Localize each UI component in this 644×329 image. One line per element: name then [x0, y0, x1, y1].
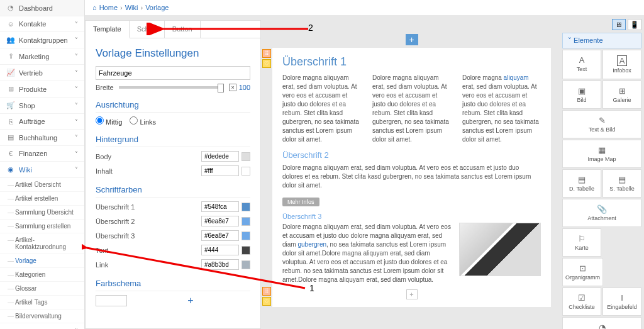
element-icon: I [621, 293, 623, 303]
element-karte[interactable]: ⚐Karte [562, 228, 601, 257]
preview-h1: Überschrift 1 [282, 55, 541, 69]
col-1: Dolore magna aliquyam erat, sed diam vol… [282, 74, 361, 144]
nav-sub-kategorien[interactable]: Kategorien [0, 268, 84, 282]
tab-template[interactable]: Template [86, 21, 130, 38]
element-bild[interactable]: ▣Bild [562, 81, 601, 109]
fc-h3-swatch[interactable] [242, 231, 250, 240]
bg-content-input[interactable] [201, 165, 239, 176]
element-text[interactable]: AText [562, 50, 601, 79]
nav-sub-glossar[interactable]: Glossar [0, 282, 84, 296]
nav-kontakte[interactable]: ☺Kontakte˅ [0, 16, 84, 32]
scheme-head: Farbschema [96, 279, 250, 291]
row-handle-2[interactable]: ⠿ [262, 287, 271, 296]
nav-dashboard[interactable]: ◔Dashboard [0, 0, 84, 16]
nav-icon: ◉ [6, 165, 15, 174]
element-text-bild[interactable]: ✎Text & Bild [562, 110, 641, 138]
more-badge[interactable]: Mehr Infos [282, 198, 319, 206]
element-icon: ☑ [578, 293, 586, 303]
element-icon: ▣ [578, 86, 586, 96]
nav-sub-sammlung-erstellen[interactable]: Sammlung erstellen [0, 220, 84, 233]
element-icon: ⊞ [619, 86, 626, 96]
template-name-input[interactable] [96, 66, 250, 80]
element-galerie[interactable]: ⊞Galerie [602, 81, 641, 109]
nav-icon: ⊞ [6, 85, 15, 93]
row-hint[interactable]: ♡ [262, 59, 271, 68]
fc-text-swatch[interactable] [242, 246, 250, 255]
bg-content-swatch[interactable] [242, 167, 250, 176]
element-icon: ▦ [598, 145, 606, 155]
element-icon: ⊡ [579, 264, 586, 273]
nav-sub-artikel-erstellen[interactable]: Artikel erstellen [0, 192, 84, 206]
element-icon: 📎 [597, 204, 607, 214]
element-d-tabelle[interactable]: ▤D. Tabelle [562, 169, 601, 198]
nav-produkte[interactable]: ⊞Produkte˅ [0, 81, 84, 98]
fc-h2-swatch[interactable] [242, 217, 250, 226]
element-eingabefeld[interactable]: IEingabefeld [602, 287, 641, 316]
element-s-tabelle[interactable]: ▤S. Tabelle [602, 169, 641, 198]
width-slider[interactable] [119, 86, 225, 89]
nav-finanzen[interactable]: €Finanzen˅ [0, 146, 84, 162]
element-infobox[interactable]: AInfobox [602, 50, 641, 79]
row-handle[interactable]: ⠿ [262, 49, 271, 58]
nav-shop[interactable]: 🛒Shop˅ [0, 98, 84, 114]
crumb-home[interactable]: Home [99, 4, 118, 11]
bg-body-swatch[interactable] [242, 152, 250, 161]
element-organigramm[interactable]: ⊡Organigramm [562, 258, 603, 286]
fc-link-swatch[interactable] [242, 260, 250, 269]
element-attachment[interactable]: 📎Attachment [562, 199, 641, 227]
fc-link-input[interactable] [201, 259, 239, 270]
crumb-page[interactable]: Vorlage [145, 4, 169, 11]
nav-wiki[interactable]: ◉Wiki˅ [0, 162, 84, 178]
width-value: 100 [239, 84, 250, 91]
settings-title: Vorlage Einstellungen [96, 47, 250, 60]
element-checkliste[interactable]: ☑Checkliste [562, 287, 601, 316]
nav-sub-vorlage[interactable]: Vorlage [0, 254, 84, 268]
bg-body-input[interactable] [201, 151, 239, 162]
nav-sub-sammlung-übersicht[interactable]: Sammlung Übersicht [0, 206, 84, 220]
nav-buchhaltung[interactable]: ▤Buchhaltung˅ [0, 130, 84, 146]
nav-sub-bilderverwaltung[interactable]: Bilderverwaltung [0, 309, 84, 323]
chevron-down-icon: ˅ [75, 36, 78, 43]
nav-sub-artikel-tags[interactable]: Artikel Tags [0, 296, 84, 309]
sidebar: ◔Dashboard☺Kontakte˅👥Kontaktgruppen˅⇪Mar… [0, 0, 85, 329]
view-desktop[interactable]: 🖥 [612, 19, 626, 30]
align-center[interactable]: Mittig [96, 116, 122, 126]
nav-marketing[interactable]: ⇪Marketing˅ [0, 48, 84, 65]
nav-icon: 👥 [6, 36, 15, 44]
col-2: Dolore magna aliquyam erat, sed diam vol… [372, 74, 451, 144]
width-reset[interactable]: × [229, 84, 236, 91]
fc-h1-swatch[interactable] [242, 203, 250, 211]
col-3: Dolore magna aliquyam erat, sed diam vol… [462, 74, 541, 144]
fc-text-input[interactable] [201, 245, 239, 255]
preview-h3: Überschrift 3 [282, 213, 541, 220]
acc-elemente[interactable]: ˅ Elemente [562, 33, 641, 48]
nav-kontaktgruppen[interactable]: 👥Kontaktgruppen˅ [0, 32, 84, 48]
align-left[interactable]: Links [130, 116, 156, 126]
element-diagramm[interactable]: ◔Diagramm [562, 317, 641, 329]
element-image-map[interactable]: ▦Image Map [562, 140, 641, 168]
scheme-add[interactable]: + [131, 295, 250, 306]
scheme-box[interactable] [96, 295, 127, 306]
add-inside[interactable]: + [406, 289, 418, 299]
element-icon: ⚐ [578, 234, 586, 243]
fc-h2-input[interactable] [201, 216, 239, 226]
nav-vertrieb[interactable]: 📈Vertrieb˅ [0, 65, 84, 81]
element-icon: ✎ [599, 116, 606, 125]
chevron-down-icon: ˅ [75, 118, 78, 125]
add-row-top[interactable]: + [406, 34, 418, 45]
element-icon: ▤ [618, 175, 626, 184]
nav-warenwirtschaft[interactable]: ⊞Warenwirtschaft˅ [0, 323, 84, 329]
row-hint-2[interactable]: ♡ [262, 297, 271, 306]
nav-aufträge[interactable]: ⎘Aufträge˅ [0, 114, 84, 130]
nav-sub-artikel-kontaktzurodnung[interactable]: Artikel-Kontaktzurodnung [0, 233, 84, 254]
fc-h1-input[interactable] [201, 201, 239, 212]
annotation-1: 1 [309, 283, 314, 293]
crumb-wiki[interactable]: Wiki [125, 4, 138, 11]
tab-schrift[interactable]: Schrift [130, 21, 165, 38]
view-mobile[interactable]: 📱 [628, 19, 641, 30]
nav-sub-artikel-übersicht[interactable]: Artikel Übersicht [0, 178, 84, 192]
tab-button[interactable]: Button [165, 21, 201, 38]
preview-h2: Überschrift 2 [282, 150, 541, 160]
fc-h3-input[interactable] [201, 230, 239, 241]
fc-head: Schriftfarben [96, 185, 250, 198]
